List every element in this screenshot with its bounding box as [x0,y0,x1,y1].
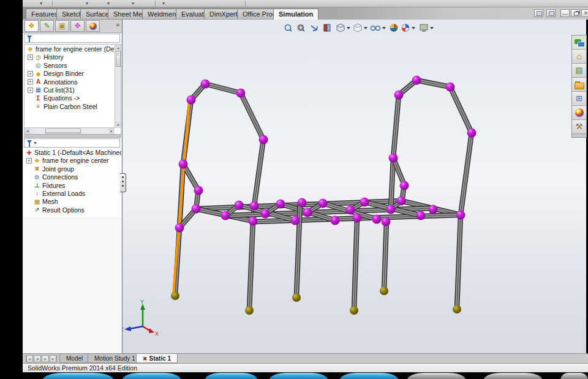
tab-simulation[interactable]: Simulation [273,9,318,20]
ground-joint-sphere[interactable] [380,287,388,295]
tree-item-external-loads[interactable]: ↓External Loads [24,189,121,197]
section-view-icon[interactable] [324,24,330,31]
edit-appearance-icon[interactable] [390,24,398,32]
tab-model[interactable]: Model [59,354,89,363]
appearances-scenes-button[interactable] [572,106,586,120]
forum-button[interactable] [572,36,586,50]
hide-show-items-icon[interactable] [371,26,380,31]
sim-tree-filter-field[interactable]: ▼ [24,138,120,148]
ground-joint-sphere[interactable] [292,293,301,302]
tree-item-joint-group[interactable]: ✖Joint group [24,165,121,173]
toolbar-dropdown-icon[interactable]: ▾ [132,1,134,6]
scroll-right-icon[interactable]: ► [108,128,115,134]
tree-item-annotations[interactable]: AAnnotations [24,78,121,86]
prev-tab-button[interactable]: ◄ [34,355,41,362]
joint-sphere[interactable] [235,201,244,210]
joint-sphere[interactable] [318,199,328,208]
joint-sphere[interactable] [201,80,210,89]
joint-sphere[interactable] [417,211,426,220]
joint-sphere[interactable] [429,205,438,214]
joint-sphere[interactable] [353,214,362,223]
view-orientation-dropdown-icon[interactable] [347,27,350,29]
selected-beam[interactable] [173,101,189,293]
tree-item-equations[interactable]: ΣEquations -> [24,94,121,102]
ground-joint-sphere[interactable] [350,306,358,315]
tree-item-history[interactable]: ◷History [24,53,121,61]
filter-dropdown-icon[interactable]: ▼ [33,141,37,145]
close-button[interactable]: × [581,9,588,17]
previous-view-icon[interactable] [311,26,317,31]
restore-button[interactable] [571,9,580,17]
panel-collapse-handle[interactable] [120,173,126,192]
tab-motion-study[interactable]: Motion Study 1 [88,354,142,363]
tree-item-sensors[interactable]: ◎Sensors [24,61,121,69]
toolbar-dropdown-icon[interactable]: ▾ [107,1,110,6]
file-explorer-button[interactable] [572,78,586,92]
vertical-scrollbar[interactable]: ▲ ≡ ▼ [115,45,121,128]
joint-sphere[interactable] [249,217,258,226]
tree-item-sim-part[interactable]: ❖frame for engine center [24,156,121,164]
graphics-viewport[interactable]: Y Z X [123,20,586,353]
solidworks-resources-button[interactable]: ⌂ [572,50,586,64]
joint-sphere[interactable] [394,91,404,100]
zoom-to-fit-icon[interactable] [285,25,292,32]
hide-show-dropdown-icon[interactable] [382,27,386,29]
toolbar-dropdown-icon[interactable]: ▾ [40,1,42,6]
expand-icon[interactable] [26,158,32,163]
joint-sphere[interactable] [298,198,307,208]
pane-right-button[interactable] [546,9,556,17]
featuremanager-tab[interactable]: ❖ [24,20,39,32]
configurationmanager-tab[interactable]: ▣ [55,20,69,32]
beam-members[interactable] [175,80,472,309]
joint-sphere[interactable] [194,186,203,195]
scroll-down-icon[interactable]: ▼ [115,122,121,128]
joint-sphere[interactable] [291,216,300,225]
joint-sphere[interactable] [467,129,477,138]
toolbar-dropdown-icon[interactable]: ▾ [86,1,88,6]
joint-sphere[interactable] [259,135,268,144]
pane-left-button[interactable] [534,9,543,17]
apply-scene-dropdown-icon[interactable] [412,27,415,29]
joint-sphere[interactable] [360,198,369,207]
custom-properties-button[interactable]: ⚒ [572,120,586,134]
tree-item-fixtures[interactable]: ⊥Fixtures [24,181,121,189]
scroll-up-icon[interactable]: ▲ [115,45,121,51]
next-tab-button[interactable]: ► [42,355,49,362]
propertymanager-tab[interactable]: ✎ [40,20,54,32]
apply-scene-icon[interactable] [402,24,409,32]
joint-sphere[interactable] [346,206,355,215]
joint-sphere[interactable] [303,208,312,217]
first-tab-button[interactable]: ◄ [26,355,33,362]
joint-sphere[interactable] [389,154,398,163]
joint-sphere[interactable] [179,160,188,169]
last-tab-button[interactable]: ► [50,355,57,362]
tree-item-mesh[interactable]: ▩Mesh [24,197,121,205]
joint-sphere[interactable] [221,211,230,220]
view-settings-dropdown-icon[interactable] [430,27,434,29]
ground-joint-sphere[interactable] [453,305,461,313]
scrollbar-thumb[interactable] [45,129,81,133]
ground-joint-sphere[interactable] [245,306,254,315]
scroll-left-icon[interactable]: ◄ [24,128,31,134]
horizontal-scrollbar[interactable]: ◄ ► [24,127,115,134]
minimize-button[interactable]: — [560,9,570,17]
joint-sphere[interactable] [236,89,246,98]
design-library-button[interactable]: ▤ [572,64,586,78]
joint-sphere[interactable] [331,216,340,225]
dimxpertmanager-tab[interactable]: ✥ [70,20,85,32]
joint-sphere[interactable] [382,217,391,227]
tree-item-part-root[interactable]: ❖frame for engine center (Default [24,45,121,53]
joint-sphere[interactable] [175,223,184,233]
expand-icon[interactable] [28,88,33,93]
joint-sphere[interactable] [386,205,396,214]
joint-sphere[interactable] [372,215,382,224]
joint-sphere[interactable] [261,209,270,219]
joint-spheres[interactable] [171,76,477,315]
tree-item-result-options[interactable]: ↗Result Options [24,206,121,214]
joint-sphere[interactable] [400,181,409,190]
toolbar-dropdown-icon[interactable]: ▾ [162,1,165,6]
view-palette-button[interactable]: ⊞ [572,92,586,106]
displaymanager-tab[interactable] [86,20,100,32]
model-canvas[interactable]: Y Z X [123,20,586,353]
view-settings-icon[interactable] [420,24,428,32]
